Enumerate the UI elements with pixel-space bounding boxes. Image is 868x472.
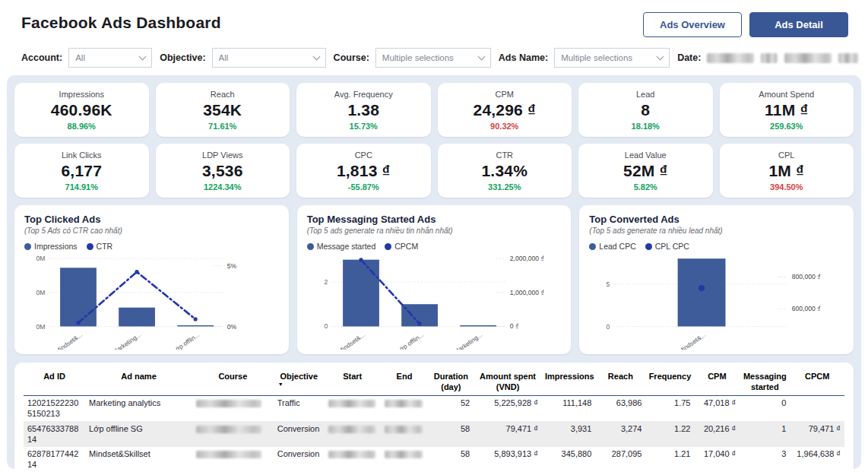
cell-start bbox=[325, 447, 381, 472]
table-row[interactable]: 6547633378814Lớp offline SGConversion587… bbox=[24, 421, 844, 447]
kpi-card-avg-frequency: Avg. Frequency1.3815.73% bbox=[296, 83, 431, 137]
chevron-down-icon bbox=[657, 53, 664, 61]
table-row[interactable]: 6287817744214Mindset&SkillsetConversion5… bbox=[24, 447, 844, 472]
line-marker[interactable] bbox=[417, 322, 421, 325]
kpi-card-cpl: CPL1M ₫394.50% bbox=[720, 144, 854, 198]
column-header-reach[interactable]: Reach bbox=[595, 369, 645, 395]
column-header-cpcm[interactable]: CPCM bbox=[790, 369, 844, 395]
filter-label: Ads Name: bbox=[499, 52, 548, 63]
cell-cpcm bbox=[790, 395, 844, 421]
chevron-down-icon bbox=[312, 53, 320, 61]
column-header-messaging-started[interactable]: Messaging started bbox=[740, 369, 790, 395]
column-header-cpm[interactable]: CPM bbox=[694, 369, 740, 395]
kpi-delta: 15.73% bbox=[301, 122, 426, 131]
cell-cpm: 20,216 ₫ bbox=[694, 421, 740, 447]
legend-item-ctr: CTR bbox=[87, 242, 113, 251]
cell-ad-id: 120215222305150213 bbox=[24, 395, 85, 421]
bar-marketing[interactable] bbox=[460, 325, 496, 327]
cell-frequency: 1.22 bbox=[645, 421, 694, 447]
objective-dropdown[interactable]: All bbox=[212, 48, 326, 68]
kpi-label: Reach bbox=[160, 90, 286, 99]
column-header-ad-id[interactable]: Ad ID bbox=[24, 369, 85, 395]
cell-amount-spent-vnd: 79,471 ₫ bbox=[474, 421, 542, 447]
bar-mindset[interactable] bbox=[343, 260, 379, 327]
column-header-end[interactable]: End bbox=[381, 369, 429, 395]
column-header-ad-name[interactable]: Ad name bbox=[85, 369, 192, 395]
bar-mindset[interactable] bbox=[60, 268, 97, 326]
line-marker[interactable] bbox=[359, 258, 363, 261]
sort-descending-icon: ▼ bbox=[277, 382, 322, 387]
column-header-frequency[interactable]: Frequency bbox=[645, 369, 694, 395]
left-axis-tick: 0 bbox=[324, 323, 328, 331]
column-header-course[interactable]: Course bbox=[192, 369, 274, 395]
table-row[interactable]: 120215222305150213Marketing analyticsTra… bbox=[24, 395, 844, 421]
bar-l-p-offlin[interactable] bbox=[177, 325, 214, 327]
line-marker[interactable] bbox=[699, 285, 705, 291]
category-label: Mindset&... bbox=[677, 331, 708, 350]
kpi-card-ctr: CTR1.34%331.25% bbox=[438, 144, 572, 198]
kpi-value: 1.38 bbox=[301, 101, 426, 119]
kpi-value: 3,536 bbox=[160, 162, 286, 180]
line-marker[interactable] bbox=[193, 317, 197, 321]
table-header-row: Ad IDAd nameCourseObjective▼StartEndDura… bbox=[24, 369, 844, 395]
column-header-duration-day[interactable]: Duration (day) bbox=[428, 369, 474, 395]
cell-objective: Conversion bbox=[274, 447, 325, 472]
kpi-label: Link Clicks bbox=[19, 150, 144, 160]
kpi-delta: 90.32% bbox=[442, 122, 568, 131]
right-axis-tick: 800,000 ₫ bbox=[792, 273, 821, 280]
legend-item-impressions: Impressions bbox=[24, 242, 78, 251]
ads-detail-button[interactable]: Ads Detail bbox=[749, 12, 848, 37]
ads-name-dropdown[interactable]: Multiple selections bbox=[554, 48, 670, 68]
kpi-card-amount-spend: Amount Spend11M ₫259.63% bbox=[720, 83, 854, 137]
top-converted-ads-plot: 50800,000 ₫600,000 ₫Mindset&... bbox=[589, 252, 844, 350]
kpi-delta: 259.63% bbox=[724, 122, 850, 131]
right-axis-tick: 1,000,000 ₫ bbox=[509, 289, 543, 296]
column-header-amount-spent-vnd[interactable]: Amount spent (VND) bbox=[474, 369, 542, 395]
account-dropdown[interactable]: All bbox=[68, 48, 152, 68]
ads-overview-button[interactable]: Ads Overview bbox=[643, 12, 742, 37]
category-label: Marketing... bbox=[452, 331, 483, 350]
column-header-objective[interactable]: Objective▼ bbox=[274, 369, 325, 395]
kpi-delta: 18.18% bbox=[583, 122, 708, 131]
filter-label: Objective: bbox=[160, 52, 205, 63]
left-axis-tick: 0M bbox=[36, 289, 45, 296]
kpi-label: Avg. Frequency bbox=[301, 90, 426, 99]
chart-subtitle: (Top 5 ads generate ra nhiều lead nhất) bbox=[589, 226, 844, 235]
cell-course bbox=[192, 447, 274, 472]
line-marker[interactable] bbox=[76, 321, 80, 325]
left-axis-tick: 0M bbox=[36, 323, 45, 331]
kpi-delta: 714.91% bbox=[19, 182, 144, 192]
filter-account: Account:All bbox=[21, 48, 152, 68]
kpi-label: CPC bbox=[301, 150, 426, 160]
cell-messaging-started: 0 bbox=[740, 395, 790, 421]
filter-objective: Objective:All bbox=[160, 48, 325, 68]
redacted-cell-value bbox=[196, 451, 261, 458]
kpi-delta: 5.82% bbox=[583, 182, 708, 192]
line-marker[interactable] bbox=[135, 270, 138, 274]
kpi-value: 1M ₫ bbox=[724, 162, 850, 180]
ads-detail-table: Ad IDAd nameCourseObjective▼StartEndDura… bbox=[24, 369, 844, 472]
cell-messaging-started: 3 bbox=[740, 447, 790, 472]
kpi-label: CTR bbox=[442, 150, 568, 160]
bar-mindset[interactable] bbox=[678, 258, 726, 326]
cell-duration-day: 58 bbox=[428, 447, 474, 472]
cell-cpcm: 1,964,638 ₫ bbox=[790, 447, 844, 472]
kpi-value: 1,813 ₫ bbox=[301, 162, 426, 180]
bar-marketing[interactable] bbox=[119, 308, 155, 327]
cell-impressions: 3,931 bbox=[542, 421, 595, 447]
cell-objective: Traffic bbox=[274, 395, 325, 421]
cell-ad-id: 6547633378814 bbox=[24, 421, 85, 447]
cell-reach: 287,095 bbox=[595, 447, 645, 472]
column-header-start[interactable]: Start bbox=[325, 369, 381, 395]
cell-cpm: 47,018 ₫ bbox=[694, 395, 740, 421]
filter-label: Course: bbox=[334, 52, 369, 63]
filter-label: Account: bbox=[21, 52, 62, 63]
course-dropdown[interactable]: Multiple selections bbox=[375, 48, 491, 68]
cell-objective: Conversion bbox=[274, 421, 325, 447]
column-header-impressions[interactable]: Impressions bbox=[542, 369, 595, 395]
kpi-card-link-clicks: Link Clicks6,177714.91% bbox=[14, 144, 149, 198]
redacted-cell-value bbox=[328, 426, 375, 433]
cell-ad-name: Mindset&Skillset bbox=[85, 447, 192, 472]
chart-legend: ImpressionsCTR bbox=[24, 242, 279, 251]
date-range-slicer[interactable] bbox=[707, 53, 858, 63]
